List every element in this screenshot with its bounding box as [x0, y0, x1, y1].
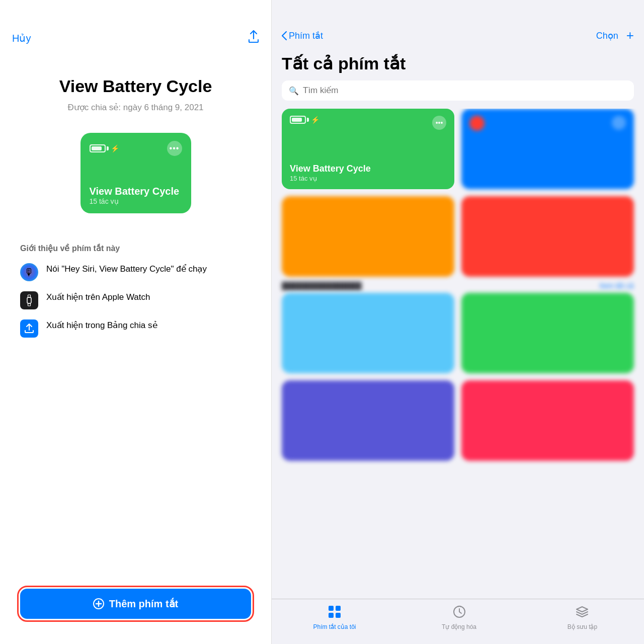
battery-bolt-right: ⚡	[311, 116, 319, 124]
battery-body	[90, 144, 106, 152]
more-dots-icon[interactable]: •••	[167, 141, 182, 156]
shortcut-card-blurred-6[interactable]	[282, 380, 454, 461]
shortcut-card-blurred-1[interactable]	[461, 109, 634, 189]
red-dot-icon	[469, 116, 485, 131]
battery-fill-right	[292, 118, 302, 122]
card-text: View Battery Cycle 15 tác vụ	[90, 185, 182, 205]
intro-text-share: Xuất hiện trong Bảng chia sẻ	[46, 319, 157, 332]
shortcut-card-blurred-3[interactable]	[461, 196, 634, 277]
shortcuts-row-4	[282, 380, 634, 461]
card-text-right: View Battery Cycle 15 tác vụ	[290, 164, 446, 182]
svg-rect-6	[329, 613, 334, 618]
tab-bar: Phím tắt của tôi Tự động hóa Bộ sưu tập	[272, 599, 644, 644]
card-dots-blurred	[612, 116, 626, 130]
left-panel: Hủy View Battery Cycle Được chia sẻ: ngà…	[0, 0, 272, 644]
right-header: Phím tắt Chọn +	[272, 0, 644, 48]
back-label: Phím tắt	[289, 30, 323, 41]
tab-my-shortcuts[interactable]: Phím tắt của tôi	[313, 605, 356, 630]
battery-tip-right	[307, 118, 309, 122]
svg-rect-4	[329, 606, 334, 611]
intro-section: Giới thiệu về phím tắt này 🎙 Nói "Hey Si…	[15, 244, 256, 348]
tab-gallery[interactable]: Bộ sưu tập	[562, 605, 602, 630]
card-top-row: ⚡ •••	[90, 141, 182, 156]
share-icon-button[interactable]	[248, 30, 259, 46]
shortcut-card-view-battery[interactable]: ⚡ ••• View Battery Cycle 15 tác vụ	[282, 109, 454, 189]
battery-fill	[92, 146, 102, 150]
tab-my-shortcuts-label: Phím tắt của tôi	[313, 623, 356, 630]
card-tasks: 15 tác vụ	[90, 197, 182, 205]
card-more-dots[interactable]: •••	[432, 116, 446, 130]
siri-icon: 🎙	[20, 263, 38, 281]
section-label-row: ████████████████ Xem tất cả	[282, 277, 634, 293]
intro-item-share: Xuất hiện trong Bảng chia sẻ	[20, 319, 251, 338]
right-page-title: Tất cả phím tắt	[272, 48, 644, 80]
tab-automation-label: Tự động hóa	[442, 623, 476, 630]
back-button[interactable]: Phím tắt	[282, 30, 323, 41]
add-shortcut-button[interactable]: Thêm phím tắt	[20, 589, 251, 619]
shortcut-date: Được chia sẻ: ngày 6 tháng 9, 2021	[67, 102, 203, 113]
choose-button[interactable]: Chọn	[596, 30, 618, 41]
section-label-text: ████████████████	[282, 282, 362, 290]
search-bar: 🔍	[282, 80, 634, 101]
battery-icon-right: ⚡	[290, 116, 319, 124]
intro-item-siri: 🎙 Nói "Hey Siri, View Battery Cycle" để …	[20, 263, 251, 281]
shortcut-card-preview: ⚡ ••• View Battery Cycle 15 tác vụ	[80, 133, 191, 213]
section-more-link[interactable]: Xem tất cả	[599, 282, 634, 290]
grid-icon	[328, 605, 341, 621]
shortcut-card-blurred-5[interactable]	[461, 293, 634, 373]
left-content: View Battery Cycle Được chia sẻ: ngày 6 …	[0, 56, 271, 644]
search-icon: 🔍	[289, 86, 299, 96]
apple-watch-icon	[20, 291, 38, 309]
shortcut-card-blurred-7[interactable]	[461, 380, 634, 461]
share-sheet-icon	[20, 319, 38, 338]
shortcut-card-blurred-4[interactable]	[282, 293, 454, 373]
intro-heading: Giới thiệu về phím tắt này	[20, 244, 251, 253]
shortcut-card-blurred-2[interactable]	[282, 196, 454, 277]
right-header-actions: Chọn +	[596, 28, 634, 43]
intro-text-watch: Xuất hiện trên Apple Watch	[46, 291, 150, 303]
right-panel: Phím tắt Chọn + Tất cả phím tắt 🔍 ⚡	[272, 0, 644, 644]
search-input[interactable]	[303, 86, 627, 96]
tab-automation[interactable]: Tự động hóa	[439, 605, 479, 630]
battery-bolt-icon: ⚡	[111, 144, 119, 152]
add-button-header[interactable]: +	[626, 28, 634, 43]
battery-body-right	[290, 116, 306, 124]
shortcuts-row-1: ⚡ ••• View Battery Cycle 15 tác vụ	[282, 109, 634, 189]
card-top-blurred	[469, 116, 626, 131]
battery-icon: ⚡	[90, 144, 119, 152]
add-shortcut-label: Thêm phím tắt	[109, 598, 179, 610]
clock-icon	[453, 605, 466, 621]
shortcut-title-large: View Battery Cycle	[59, 76, 212, 96]
card-top: ⚡ •••	[290, 116, 446, 130]
cancel-button[interactable]: Hủy	[12, 32, 31, 44]
shortcuts-row-2	[282, 196, 634, 277]
svg-rect-7	[336, 613, 341, 618]
right-card-tasks: 15 tác vụ	[290, 175, 446, 182]
intro-item-watch: Xuất hiện trên Apple Watch	[20, 291, 251, 309]
svg-rect-0	[27, 297, 31, 303]
left-header: Hủy	[0, 0, 271, 56]
tab-gallery-label: Bộ sưu tập	[568, 623, 597, 630]
add-button-wrapper: Thêm phím tắt	[15, 579, 256, 634]
shortcuts-row-3	[282, 293, 634, 373]
shortcuts-grid-area: ⚡ ••• View Battery Cycle 15 tác vụ	[272, 109, 644, 599]
layers-icon	[576, 605, 589, 621]
card-name: View Battery Cycle	[90, 185, 182, 197]
svg-rect-5	[336, 606, 341, 611]
right-card-title: View Battery Cycle	[290, 164, 446, 175]
battery-tip	[107, 146, 109, 150]
intro-text-siri: Nói "Hey Siri, View Battery Cycle" để ch…	[46, 263, 207, 275]
